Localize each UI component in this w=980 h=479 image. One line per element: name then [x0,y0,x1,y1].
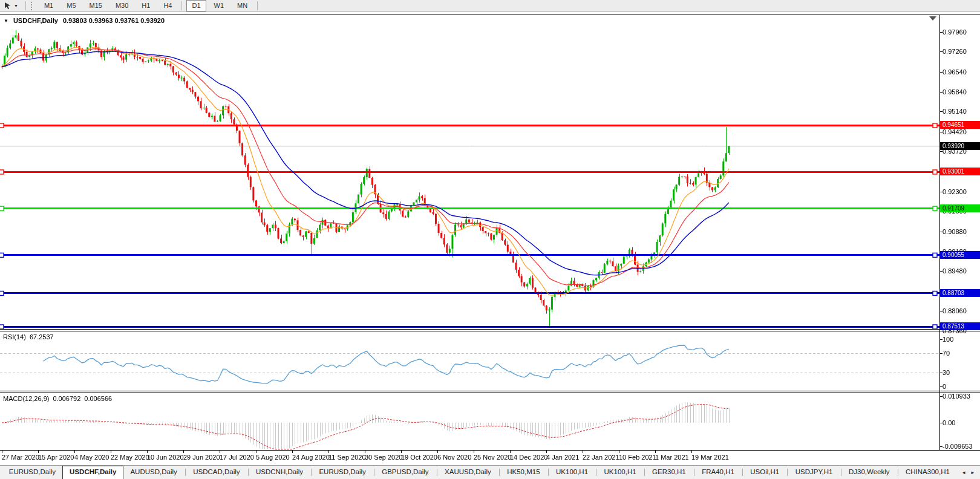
date-tick-label: 17 Jul 2020 [220,454,254,461]
date-tick-label: 4 May 2020 [74,454,109,461]
cursor-tool-icon[interactable] [3,2,12,10]
chart-tab-eurusd-daily[interactable]: EURUSD,Daily [312,466,372,479]
price-tick-label: 0.95140 [942,108,967,115]
date-tick-label: 19 Oct 2020 [401,454,437,461]
date-tick-label: 22 Jan 2021 [583,454,619,461]
date-tick-label: 25 Nov 2020 [474,454,511,461]
rsi-indicator-label: RSI(14)67.2537 [3,333,57,341]
macd-tick-label: 0.00 [942,419,955,426]
rsi-value: 67.2537 [30,333,54,341]
chart-tab-bar: EURUSD,DailyUSDCHF,DailyAUDUSD,DailyUSDC… [0,465,980,479]
price-tick-label: 0.94420 [942,128,967,135]
macd-tick-label: 0.010933 [942,393,970,400]
date-tick-label: 24 Aug 2020 [292,454,330,461]
level-price-label: 0.88703 [940,289,980,297]
timeframe-button-m15[interactable]: M15 [84,0,108,11]
timeframe-button-m5[interactable]: M5 [61,0,81,11]
date-tick-label: 27 Mar 2020 [2,454,39,461]
cursor-tool-dropdown-icon[interactable]: ▼ [14,4,18,8]
toolbar-grip [31,2,33,10]
timeframe-button-w1[interactable]: W1 [209,0,230,11]
toolbar-separator [257,1,258,10]
level-price-label: 0.93001 [940,168,980,175]
level-price-label: 0.94651 [940,121,980,129]
level-price-label: 0.91709 [940,204,980,212]
level-price-label: 0.87513 [940,322,980,330]
price-tick-label: 0.96540 [942,68,967,76]
date-tick-label: 14 Dec 2020 [510,454,547,461]
price-tick-label: 0.97260 [942,48,967,55]
timeframe-button-mn[interactable]: MN [232,0,253,11]
date-tick-label: 10 Jun 2020 [147,454,184,461]
chart-tab-audusd-daily[interactable]: AUDUSD,Daily [123,466,183,479]
date-tick-label: 30 Sep 2020 [365,454,402,461]
symbol-period-label: USDCHF,Daily [13,17,58,24]
rsi-tick-label: 70 [942,350,950,357]
chart-title: ▼ USDCHF,Daily 0.93803 0.93963 0.93761 0… [4,17,165,24]
chart-canvas[interactable] [0,0,980,479]
timeframe-button-d1[interactable]: D1 [186,0,206,11]
timeframe-button-m30[interactable]: M30 [110,0,134,11]
macd-main-value: 0.006792 [53,395,80,402]
date-tick-label: 5 Aug 2020 [256,454,290,461]
tab-scroll-right-icon[interactable]: ▸ [971,469,974,475]
timeframe-group: M1M5M15M30H1H4D1W1MN [38,0,254,11]
price-tick-label: 0.92300 [942,188,967,195]
price-tick-label: 0.97960 [942,28,967,36]
chart-tab-uk100-h1[interactable]: UK100,H1 [549,466,595,479]
date-tick-label: 22 May 2020 [111,454,149,461]
chart-tab-eurusd-daily[interactable]: EURUSD,Daily [2,466,62,479]
date-tick-label: 19 Mar 2021 [691,454,729,461]
price-tick-label: 0.95840 [942,88,967,96]
chart-shift-marker-icon[interactable] [929,16,936,21]
rsi-tick-label: 100 [942,336,953,343]
macd-tick-label: -0.009653 [942,443,973,450]
price-tick-label: 0.90880 [942,228,967,235]
chart-tab-usoil-h1[interactable]: USOil,H1 [743,466,786,479]
rsi-tick-label: 30 [942,369,950,376]
timeframe-button-h1[interactable]: H1 [136,0,155,11]
date-tick-label: 6 Nov 2020 [437,454,471,461]
tab-scroll-left-icon[interactable]: ◂ [962,469,965,475]
tab-scroll-controls: ◂▸ [956,466,980,479]
price-tick-label: 0.88060 [942,307,967,314]
timeframe-button-h4[interactable]: H4 [158,0,177,11]
rsi-tick-label: 0 [942,383,946,390]
chart-tab-ger30-h1[interactable]: GER30,H1 [645,466,693,479]
chart-tab-xauusd-daily[interactable]: XAUUSD,Daily [438,466,498,479]
timeframe-button-m1[interactable]: M1 [39,0,59,11]
date-tick-label: 11 Sep 2020 [328,454,366,461]
chart-tab-usdchf-daily[interactable]: USDCHF,Daily [62,466,123,479]
chart-tab-china300-h1[interactable]: CHINA300,H1 [899,466,956,479]
date-tick-label: 15 Apr 2020 [38,454,74,461]
symbol-dropdown-icon[interactable]: ▼ [4,18,8,24]
rsi-name: RSI(14) [3,333,26,341]
chart-tab-usdjpy-h1[interactable]: USDJPY,H1 [789,466,840,479]
toolbar: ▼ M1M5M15M30H1H4D1W1MN [0,0,980,12]
toolbar-separator [25,1,26,10]
current-price-label: 0.93920 [940,142,980,150]
date-tick-label: 29 Jun 2020 [183,454,220,461]
macd-indicator-label: MACD(12,26,9)0.0067920.006566 [3,395,116,402]
price-tick-label: 0.89480 [942,267,967,275]
toolbar-separator [181,1,182,10]
level-price-label: 0.90055 [940,251,980,259]
mt4-terminal: ▼ M1M5M15M30H1H4D1W1MN ▼ USDCHF,Daily 0.… [0,0,980,479]
date-tick-label: 1 Mar 2021 [655,454,689,461]
ohlc-values: 0.93803 0.93963 0.93761 0.93920 [63,17,165,24]
chart-tab-fra40-h1[interactable]: FRA40,H1 [695,466,741,479]
date-tick-label: 4 Jan 2021 [546,454,579,461]
chart-tab-gbpusd-daily[interactable]: GBPUSD,Daily [375,466,435,479]
chart-tab-uk100-h1[interactable]: UK100,H1 [598,466,643,479]
date-tick-label: 10 Feb 2021 [619,454,656,461]
macd-signal-value: 0.006566 [84,395,112,402]
chart-tab-hk50-m15[interactable]: HK50,M15 [500,466,546,479]
chart-tab-usdcad-daily[interactable]: USDCAD,Daily [186,466,246,479]
macd-name: MACD(12,26,9) [3,395,49,402]
chart-tab-usdcnh-daily[interactable]: USDCNH,Daily [249,466,310,479]
chart-tab-dj30-weekly[interactable]: DJ30,Weekly [842,466,897,479]
